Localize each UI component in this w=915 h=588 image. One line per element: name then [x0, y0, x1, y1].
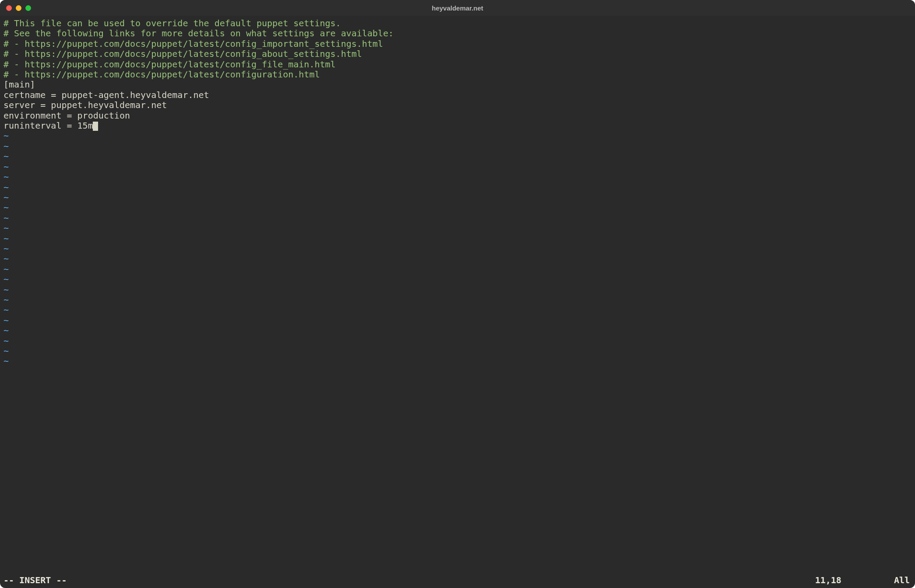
empty-line-tilde: ~	[4, 326, 911, 336]
editor-viewport[interactable]: # This file can be used to override the …	[0, 16, 915, 573]
empty-line-tilde: ~	[4, 264, 911, 274]
empty-line-tilde: ~	[4, 162, 911, 172]
file-line: # - https://puppet.com/docs/puppet/lates…	[4, 49, 911, 59]
empty-line-tilde: ~	[4, 254, 911, 264]
empty-line-tilde: ~	[4, 244, 911, 254]
empty-line-tilde: ~	[4, 305, 911, 315]
file-line: # See the following links for more detai…	[4, 28, 911, 38]
terminal-window: heyvaldemar.net # This file can be used …	[0, 0, 915, 588]
empty-line-tilde: ~	[4, 285, 911, 295]
titlebar: heyvaldemar.net	[0, 0, 915, 16]
empty-line-tilde: ~	[4, 172, 911, 182]
file-line: [main]	[4, 80, 911, 90]
zoom-icon[interactable]	[25, 5, 31, 11]
file-line: server = puppet.heyvaldemar.net	[4, 100, 911, 110]
vim-mode: -- INSERT --	[4, 575, 67, 585]
file-line: # - https://puppet.com/docs/puppet/lates…	[4, 60, 911, 70]
minimize-icon[interactable]	[16, 5, 21, 11]
file-line: environment = production	[4, 111, 911, 121]
window-controls	[0, 5, 31, 11]
empty-line-tilde: ~	[4, 131, 911, 141]
empty-line-tilde: ~	[4, 203, 911, 213]
close-icon[interactable]	[6, 5, 12, 11]
vim-status-bar: -- INSERT -- 11,18 All	[0, 573, 915, 588]
empty-line-tilde: ~	[4, 213, 911, 223]
cursor-icon	[93, 122, 98, 131]
file-line: # - https://puppet.com/docs/puppet/lates…	[4, 70, 911, 80]
empty-line-tilde: ~	[4, 274, 911, 284]
file-line: # This file can be used to override the …	[4, 18, 911, 28]
empty-line-tilde: ~	[4, 336, 911, 346]
empty-line-tilde: ~	[4, 234, 911, 244]
scroll-percent: All	[894, 575, 910, 585]
empty-line-tilde: ~	[4, 315, 911, 326]
empty-line-tilde: ~	[4, 346, 911, 356]
file-line: # - https://puppet.com/docs/puppet/lates…	[4, 39, 911, 49]
window-title: heyvaldemar.net	[0, 4, 915, 12]
file-line: certname = puppet-agent.heyvaldemar.net	[4, 90, 911, 100]
empty-line-tilde: ~	[4, 151, 911, 161]
cursor-position: 11,18	[815, 575, 841, 585]
file-line: runinterval = 15m	[4, 121, 911, 131]
empty-line-tilde: ~	[4, 356, 911, 366]
empty-line-tilde: ~	[4, 295, 911, 305]
empty-line-tilde: ~	[4, 141, 911, 151]
empty-line-tilde: ~	[4, 182, 911, 192]
empty-line-tilde: ~	[4, 223, 911, 233]
empty-line-tilde: ~	[4, 192, 911, 203]
